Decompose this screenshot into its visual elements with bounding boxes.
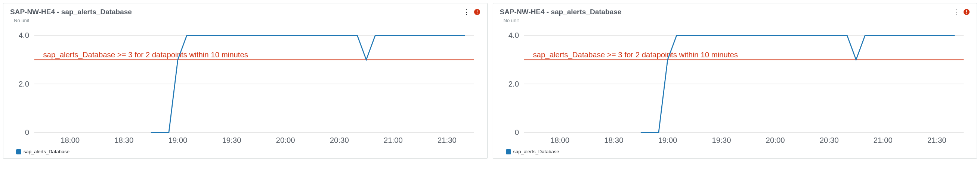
svg-text:sap_alerts_Database >= 3 for 2: sap_alerts_Database >= 3 for 2 datapoint… xyxy=(533,51,738,59)
svg-text:20:30: 20:30 xyxy=(330,136,349,144)
svg-rect-1 xyxy=(477,10,477,12)
svg-text:0: 0 xyxy=(514,129,519,137)
svg-text:21:00: 21:00 xyxy=(384,136,403,144)
svg-text:19:00: 19:00 xyxy=(168,136,187,144)
svg-rect-21 xyxy=(966,13,967,14)
svg-text:20:30: 20:30 xyxy=(819,136,838,144)
more-options-icon[interactable]: ⋮ xyxy=(953,10,959,14)
svg-text:19:00: 19:00 xyxy=(658,136,677,144)
svg-text:sap_alerts_Database >= 3 for 2: sap_alerts_Database >= 3 for 2 datapoint… xyxy=(43,51,248,59)
chart-card: SAP-NW-HE4 - sap_alerts_Database ⋮ No un… xyxy=(493,3,977,159)
chart-legend: sap_alerts_Database xyxy=(16,149,480,154)
svg-text:18:30: 18:30 xyxy=(115,136,134,144)
more-options-icon[interactable]: ⋮ xyxy=(463,10,470,14)
svg-text:20:00: 20:00 xyxy=(765,136,784,144)
svg-text:2.0: 2.0 xyxy=(508,80,519,88)
svg-text:21:00: 21:00 xyxy=(873,136,892,144)
svg-text:18:30: 18:30 xyxy=(604,136,623,144)
svg-text:4.0: 4.0 xyxy=(508,31,519,39)
chart-card: SAP-NW-HE4 - sap_alerts_Database ⋮ No un… xyxy=(3,3,488,159)
svg-rect-2 xyxy=(477,13,477,14)
svg-text:4.0: 4.0 xyxy=(19,31,29,39)
svg-text:2.0: 2.0 xyxy=(19,80,29,88)
chart-plot[interactable]: 02.04.018:0018:3019:0019:3020:0020:3021:… xyxy=(10,26,480,146)
chart-plot[interactable]: 02.04.018:0018:3019:0019:3020:0020:3021:… xyxy=(500,26,970,146)
chart-legend: sap_alerts_Database xyxy=(506,149,970,154)
alert-status-icon[interactable] xyxy=(474,9,480,15)
card-title: SAP-NW-HE4 - sap_alerts_Database xyxy=(10,8,132,16)
svg-text:21:30: 21:30 xyxy=(927,136,946,144)
svg-text:19:30: 19:30 xyxy=(222,136,241,144)
svg-text:0: 0 xyxy=(25,129,29,137)
card-title: SAP-NW-HE4 - sap_alerts_Database xyxy=(500,8,622,16)
unit-label: No unit xyxy=(14,18,480,23)
card-header: SAP-NW-HE4 - sap_alerts_Database ⋮ xyxy=(10,8,480,16)
card-header-actions: ⋮ xyxy=(953,9,970,15)
card-header: SAP-NW-HE4 - sap_alerts_Database ⋮ xyxy=(500,8,970,16)
svg-text:20:00: 20:00 xyxy=(276,136,295,144)
card-header-actions: ⋮ xyxy=(463,9,480,15)
svg-text:19:30: 19:30 xyxy=(712,136,731,144)
alert-status-icon[interactable] xyxy=(963,9,970,15)
svg-text:18:00: 18:00 xyxy=(550,136,570,144)
legend-swatch-icon xyxy=(506,149,511,154)
legend-swatch-icon xyxy=(16,149,21,154)
svg-text:21:30: 21:30 xyxy=(438,136,457,144)
unit-label: No unit xyxy=(504,18,970,23)
legend-label: sap_alerts_Database xyxy=(513,149,559,154)
svg-text:18:00: 18:00 xyxy=(60,136,80,144)
legend-label: sap_alerts_Database xyxy=(24,149,70,154)
svg-rect-20 xyxy=(966,10,967,12)
